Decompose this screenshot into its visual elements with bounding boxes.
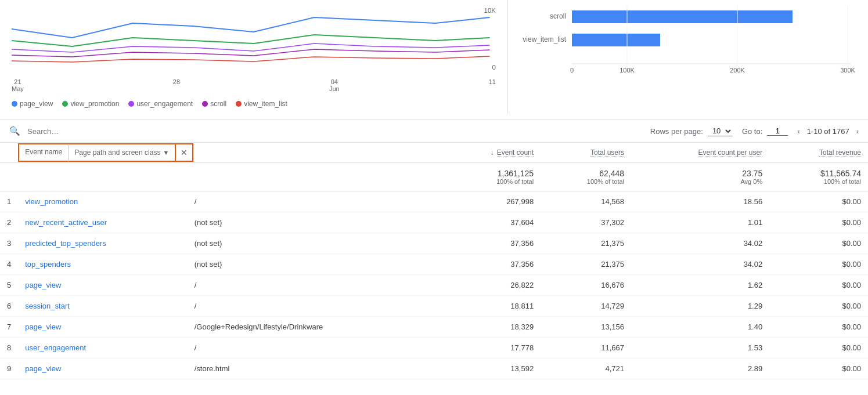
- row-event-name: user_engagement: [18, 338, 188, 358]
- row-event-name: page_view: [18, 275, 188, 296]
- totals-event-count-per-user: 23.75 Avg 0%: [631, 163, 769, 191]
- row-event-count: 37,356: [440, 254, 541, 275]
- row-total-revenue: $0.00: [769, 254, 868, 275]
- row-number: 6: [0, 296, 18, 317]
- legend-label-user-engagement: user_engagement: [136, 100, 193, 108]
- bar-chart: scroll view_item_list 0 100K 200K 300K: [520, 6, 856, 81]
- row-page-path: /: [188, 275, 440, 296]
- row-number: 8: [0, 338, 18, 358]
- legend-label-scroll: scroll: [210, 100, 226, 108]
- totals-event-count: 1,361,125 100% of total: [440, 163, 541, 191]
- row-page-path: /: [188, 191, 440, 212]
- svg-text:scroll: scroll: [550, 12, 566, 20]
- row-event-count: 26,822: [440, 275, 541, 296]
- legend-label-page-view: page_view: [20, 100, 53, 108]
- totals-event-name: [18, 163, 188, 191]
- th-total-revenue[interactable]: Total revenue: [769, 143, 868, 163]
- legend-dot-page-view: [12, 101, 17, 107]
- goto-label: Go to:: [742, 127, 762, 136]
- svg-text:300K: 300K: [840, 67, 855, 74]
- chart-x-labels: 21 May 28 04 Jun 11: [12, 78, 496, 95]
- legend-dot-scroll: [202, 101, 208, 107]
- legend-user-engagement: user_engagement: [128, 100, 193, 108]
- th-page-path[interactable]: Page path and screen class ▼: [68, 143, 176, 162]
- table-row: 8 user_engagement / 17,778 11,667 1.53 $…: [0, 338, 868, 358]
- event-name-link[interactable]: page_view: [25, 281, 61, 289]
- row-event-count-per-user: 1.62: [631, 275, 769, 296]
- svg-text:100K: 100K: [620, 67, 635, 74]
- row-number: 3: [0, 233, 18, 254]
- event-name-link[interactable]: view_promotion: [25, 197, 78, 206]
- totals-page-path: [188, 163, 440, 191]
- table-row: 4 top_spenders (not set) 37,356 21,375 3…: [0, 254, 868, 275]
- row-event-name: predicted_top_spenders: [18, 233, 188, 254]
- event-name-link[interactable]: top_spenders: [25, 260, 71, 269]
- row-total-users: 13,156: [541, 317, 631, 338]
- row-page-path: /: [188, 296, 440, 317]
- event-name-link[interactable]: session_start: [25, 302, 70, 310]
- goto-input[interactable]: [767, 126, 788, 136]
- event-name-link[interactable]: predicted_top_spenders: [25, 239, 106, 248]
- row-event-count-per-user: 18.56: [631, 191, 769, 212]
- row-event-name: page_view: [18, 317, 188, 338]
- th-event-name: Event name: [18, 143, 68, 162]
- svg-text:200K: 200K: [730, 67, 745, 74]
- row-page-path: /: [188, 338, 440, 358]
- th-event-count-per-user[interactable]: Event count per user: [631, 143, 769, 163]
- row-event-count: 13,592: [440, 358, 541, 379]
- row-number: 4: [0, 254, 18, 275]
- table-row: 5 page_view / 26,822 16,676 1.62 $0.00: [0, 275, 868, 296]
- totals-total-revenue: $11,565.74 100% of total: [769, 163, 868, 191]
- legend-scroll: scroll: [202, 100, 226, 108]
- next-page-btn[interactable]: ›: [856, 127, 859, 136]
- row-page-path: (not set): [188, 212, 440, 233]
- dropdown-icon[interactable]: ▼: [163, 149, 169, 156]
- row-total-revenue: $0.00: [769, 212, 868, 233]
- legend-page-view: page_view: [12, 100, 53, 108]
- row-event-count-per-user: 34.02: [631, 254, 769, 275]
- row-total-revenue: $0.00: [769, 338, 868, 358]
- svg-text:10K: 10K: [484, 7, 496, 14]
- row-total-revenue: $0.00: [769, 191, 868, 212]
- event-name-link[interactable]: page_view: [25, 364, 61, 373]
- legend-dot-view-item-list: [236, 101, 242, 107]
- table-row: 6 session_start / 18,811 14,729 1.29 $0.…: [0, 296, 868, 317]
- row-page-path: (not set): [188, 233, 440, 254]
- row-total-users: 16,676: [541, 275, 631, 296]
- row-event-count: 37,356: [440, 233, 541, 254]
- svg-rect-5: [572, 34, 660, 46]
- th-row-number: [0, 143, 18, 163]
- totals-row-num: [0, 163, 18, 191]
- row-number: 9: [0, 358, 18, 379]
- table-row: 7 page_view /Google+Redesign/Lifestyle/D…: [0, 317, 868, 338]
- row-number: 1: [0, 191, 18, 212]
- th-close-button[interactable]: ✕: [176, 143, 193, 162]
- chart-legend: page_view view_promotion user_engagement…: [12, 100, 496, 108]
- search-icon: 🔍: [9, 126, 20, 136]
- th-event-count[interactable]: ↓ Event count: [440, 143, 541, 163]
- event-name-link[interactable]: user_engagement: [25, 343, 86, 352]
- svg-text:view_item_list: view_item_list: [523, 35, 566, 44]
- row-event-name: new_recent_active_user: [18, 212, 188, 233]
- row-event-count: 17,778: [440, 338, 541, 358]
- row-event-name: view_promotion: [18, 191, 188, 212]
- prev-page-btn[interactable]: ‹: [797, 127, 799, 136]
- row-page-path: (not set): [188, 254, 440, 275]
- rows-per-page-select[interactable]: 10 25 50: [708, 126, 733, 136]
- event-name-link[interactable]: new_recent_active_user: [25, 218, 107, 227]
- row-total-revenue: $0.00: [769, 317, 868, 338]
- row-event-count: 37,604: [440, 212, 541, 233]
- row-event-count: 18,811: [440, 296, 541, 317]
- row-total-revenue: $0.00: [769, 296, 868, 317]
- legend-label-view-item-list: view_item_list: [244, 100, 287, 108]
- event-name-link[interactable]: page_view: [25, 322, 61, 331]
- legend-dot-user-engagement: [128, 101, 134, 107]
- th-total-users[interactable]: Total users: [541, 143, 631, 163]
- page-range: 1-10 of 1767: [807, 127, 849, 136]
- row-page-path: /store.html: [188, 358, 440, 379]
- search-input[interactable]: [27, 127, 646, 136]
- row-total-users: 21,375: [541, 233, 631, 254]
- row-total-revenue: $0.00: [769, 358, 868, 379]
- row-total-revenue: $0.00: [769, 275, 868, 296]
- row-event-count-per-user: 1.01: [631, 212, 769, 233]
